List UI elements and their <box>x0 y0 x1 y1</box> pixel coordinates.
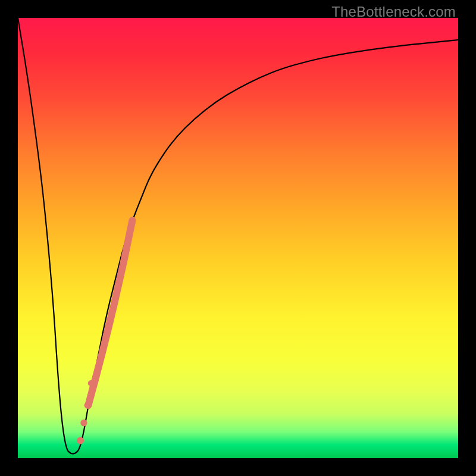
highlight-dot <box>77 437 84 444</box>
highlight-dot <box>84 402 91 409</box>
highlight-dot <box>88 380 94 386</box>
highlight-dot <box>80 419 87 426</box>
chart-frame: TheBottleneck.com <box>0 0 476 476</box>
highlight-segment <box>88 220 132 405</box>
chart-overlay <box>18 18 458 458</box>
bottleneck-curve <box>18 18 458 454</box>
